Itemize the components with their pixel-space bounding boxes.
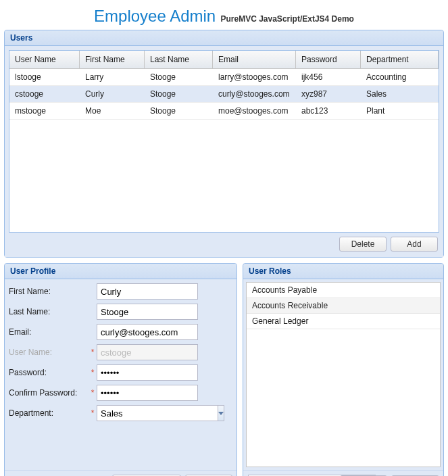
label-confirm-password: Confirm Password: [9, 388, 89, 398]
users-panel-title: Users [5, 30, 443, 46]
user-name-field [97, 344, 198, 360]
cell-department: Plant [361, 103, 426, 119]
cell-department: Sales [361, 86, 426, 102]
cell-email: curly@stooges.com [213, 86, 296, 102]
label-department: Department: [9, 408, 89, 418]
cell-lastname: Stooge [145, 86, 213, 102]
roles-list: Accounts PayableAccounts ReceivableGener… [246, 282, 441, 467]
app-header: Employee Admin PureMVC JavaScript/ExtJS4… [0, 0, 448, 30]
label-password: Password: [9, 368, 89, 377]
delete-user-button[interactable]: Delete [339, 237, 387, 252]
department-combo-trigger[interactable] [218, 405, 224, 421]
label-user-name: User Name: [9, 348, 89, 357]
cell-username: cstooge [9, 86, 80, 102]
cell-lastname: Stooge [145, 69, 213, 85]
roles-panel-title: User Roles [243, 264, 443, 279]
table-row[interactable]: cstoogeCurlyStoogecurly@stooges.comxyz98… [9, 86, 439, 103]
chevron-down-icon [218, 412, 224, 415]
col-header-firstname[interactable]: First Name [80, 51, 145, 68]
cell-username: mstooge [9, 103, 80, 119]
department-combo[interactable] [97, 405, 218, 421]
cell-department: Accounting [361, 69, 426, 85]
role-item[interactable]: General Ledger [247, 314, 440, 329]
cell-firstname: Moe [80, 103, 145, 119]
table-row[interactable]: lstoogeLarryStoogelarry@stooges.comijk45… [9, 69, 439, 86]
cell-firstname: Larry [80, 69, 145, 85]
roles-panel: User Roles Accounts PayableAccounts Rece… [243, 263, 444, 476]
last-name-field[interactable] [97, 304, 198, 320]
col-header-department[interactable]: Department [361, 51, 439, 68]
cell-email: larry@stooges.com [213, 69, 296, 85]
svg-marker-0 [218, 412, 224, 415]
cell-lastname: Stooge [145, 103, 213, 119]
confirm-password-field[interactable] [97, 385, 198, 401]
col-header-email[interactable]: Email [213, 51, 296, 68]
role-item[interactable]: Accounts Receivable [247, 298, 440, 314]
app-subtitle: PureMVC JavaScript/ExtJS4 Demo [221, 14, 354, 24]
label-email: Email: [9, 327, 89, 337]
password-field[interactable] [97, 364, 198, 381]
users-panel: Users User Name First Name Last Name Ema… [4, 30, 444, 258]
email-field[interactable] [97, 324, 198, 340]
col-header-username[interactable]: User Name [9, 51, 80, 68]
profile-panel: User Profile First Name: Last Name: Emai… [4, 263, 237, 476]
users-grid-header: User Name First Name Last Name Email Pas… [9, 51, 439, 69]
col-header-lastname[interactable]: Last Name [145, 51, 213, 68]
cell-username: lstooge [9, 69, 80, 85]
label-first-name: First Name: [9, 287, 89, 296]
cell-email: moe@stooges.com [213, 103, 296, 119]
users-grid: User Name First Name Last Name Email Pas… [9, 50, 439, 233]
add-user-button[interactable]: Add [391, 237, 438, 252]
table-row[interactable]: mstoogeMoeStoogemoe@stooges.comabc123Pla… [9, 103, 439, 120]
first-name-field[interactable] [97, 283, 198, 300]
cell-firstname: Curly [80, 86, 145, 102]
cell-password: abc123 [296, 103, 361, 119]
cell-password: ijk456 [296, 69, 361, 85]
col-header-password[interactable]: Password [296, 51, 361, 68]
label-last-name: Last Name: [9, 307, 89, 316]
role-item[interactable]: Accounts Payable [247, 283, 440, 298]
cell-password: xyz987 [296, 86, 361, 102]
app-title: Employee Admin [94, 7, 216, 25]
profile-panel-title: User Profile [5, 264, 237, 279]
